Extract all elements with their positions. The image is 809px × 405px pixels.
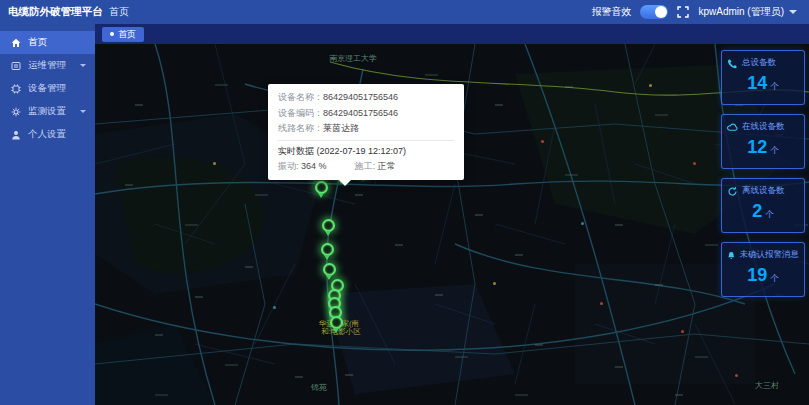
tab-bar: 首页 [95, 24, 809, 44]
map-noise [255, 194, 268, 196]
map-noise [273, 306, 276, 309]
sidebar-item-ops[interactable]: 运维管理 [0, 54, 95, 77]
sidebar-item-label: 监测设置 [28, 105, 66, 118]
sidebar-item-profile[interactable]: 个人设置 [0, 123, 95, 146]
sidebar: 首页 运维管理 设备管理 监测设置 个人设置 [0, 24, 95, 405]
stat-card-unit: 个 [765, 209, 774, 219]
map-noise [185, 224, 198, 226]
map-noise [495, 104, 503, 106]
field-label: 设备编码： [278, 108, 323, 118]
sidebar-item-label: 首页 [28, 36, 47, 49]
breadcrumb: 首页 [109, 5, 129, 19]
map-marker-green[interactable] [314, 181, 328, 198]
map-marker-green[interactable] [322, 263, 336, 280]
map-noise [600, 302, 603, 305]
infowindow-row: 设备编码：864294051756546 [278, 106, 454, 122]
map-noise [295, 376, 303, 378]
stat-card-title: 在线设备数 [742, 121, 785, 133]
field-label: 线路名称： [278, 123, 323, 133]
home-icon [11, 38, 21, 48]
map-label: 锦苑 [311, 382, 327, 393]
tab-label: 首页 [118, 28, 136, 41]
tab-home[interactable]: 首页 [102, 27, 144, 42]
map-marker-green[interactable] [320, 243, 334, 260]
field-value: 864294051756546 [323, 108, 398, 118]
user-name: kpwAdmin (管理员) [698, 5, 784, 19]
app-header: 电缆防外破管理平台 首页 报警音效 kpwAdmin (管理员) [0, 0, 809, 24]
stat-card-title: 离线设备数 [742, 185, 785, 197]
infowindow-row: 线路名称：莱茵达路 [278, 121, 454, 137]
map-noise [213, 162, 216, 165]
map-noise [455, 356, 468, 358]
map-noise [655, 114, 668, 116]
map-noise [125, 184, 133, 186]
metrics-row: 振动: 364 % 施工: 正常 [278, 160, 454, 173]
map-noise [225, 364, 238, 366]
stat-card-title: 总设备数 [742, 57, 776, 69]
toggle-knob [655, 6, 667, 18]
user-menu[interactable]: kpwAdmin (管理员) [698, 5, 797, 19]
map-marker-green[interactable] [329, 316, 343, 333]
stat-card-unit: 个 [770, 273, 779, 283]
map-noise [425, 74, 438, 76]
fullscreen-icon[interactable] [677, 6, 689, 18]
field-label: 设备名称： [278, 92, 323, 102]
map-noise [693, 162, 696, 165]
map-noise [565, 86, 573, 88]
stat-card-offline-devices[interactable]: 离线设备数 2个 [721, 178, 805, 233]
map-noise [355, 194, 363, 196]
sidebar-item-label: 运维管理 [28, 59, 66, 72]
map-noise [681, 330, 684, 333]
alarm-sound-toggle[interactable] [640, 5, 668, 19]
map-canvas[interactable]: 南京理工大学华运发家(南和:电影小区锦苑大三村 设备名称：86429405175… [95, 44, 809, 405]
stat-card-unit: 个 [770, 145, 779, 155]
stat-card-total-devices[interactable]: 总设备数 14个 [721, 50, 805, 105]
map-noise [515, 254, 523, 256]
map-noise [615, 224, 623, 226]
stat-card-value: 2 [752, 201, 762, 221]
map-noise [435, 294, 443, 296]
infowindow-row: 设备名称：864294051756546 [278, 90, 454, 106]
stat-card-online-devices[interactable]: 在线设备数 12个 [721, 114, 805, 169]
map-noise [135, 104, 143, 106]
cloud-icon [727, 122, 738, 133]
ops-icon [11, 61, 21, 71]
stat-card-value: 19 [747, 265, 767, 285]
alarm-sound-label: 报警音效 [591, 5, 631, 19]
sidebar-item-label: 个人设置 [28, 128, 66, 141]
map-noise [649, 84, 652, 87]
map-noise [245, 266, 253, 268]
metric-vibration: 振动: 364 % [278, 160, 327, 173]
map-label: 南京理工大学 [329, 53, 377, 64]
map-noise [475, 214, 483, 216]
map-noise [395, 244, 403, 246]
map-noise [195, 296, 203, 298]
infowindow-arrow [339, 180, 351, 186]
refresh-icon [727, 186, 738, 197]
app-title: 电缆防外破管理平台 [0, 5, 95, 19]
map-noise [155, 394, 168, 396]
map-noise [345, 374, 353, 376]
stat-card-unconfirmed-alarms[interactable]: 未确认报警消息 19个 [721, 242, 805, 297]
gear-icon [11, 107, 21, 117]
stat-card-value: 14 [747, 73, 767, 93]
stat-card-value: 12 [747, 137, 767, 157]
chevron-down-icon [80, 110, 86, 113]
field-value: 864294051756546 [323, 92, 398, 102]
map-noise [515, 394, 528, 396]
map-noise [581, 222, 584, 225]
map-noise [705, 244, 718, 246]
sidebar-item-monitor-settings[interactable]: 监测设置 [0, 100, 95, 123]
realtime-timestamp: (2022-07-19 12:12:07) [317, 146, 407, 156]
map-noise [493, 282, 496, 285]
person-icon [11, 130, 21, 140]
sidebar-item-home[interactable]: 首页 [0, 31, 95, 54]
stat-card-panel: 总设备数 14个 在线设备数 12个 离线设备数 2个 [721, 50, 805, 297]
bell-icon [727, 250, 736, 261]
map-marker-green[interactable] [321, 219, 335, 236]
metric-construction: 施工: 正常 [355, 160, 396, 173]
map-noise [675, 394, 683, 396]
sidebar-item-label: 设备管理 [28, 82, 66, 95]
tab-active-dot [110, 32, 114, 36]
sidebar-item-devices[interactable]: 设备管理 [0, 77, 95, 100]
